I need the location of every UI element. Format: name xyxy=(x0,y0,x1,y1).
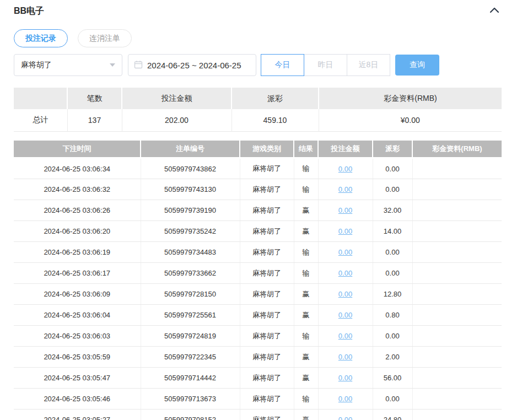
bonus-cell xyxy=(412,347,502,368)
table-row: 2024-06-25 03:06:045059979725561麻将胡了赢0.0… xyxy=(14,305,502,326)
game-type-cell: 麻将胡了 xyxy=(240,284,294,305)
game-select[interactable]: 麻将胡了 xyxy=(14,54,122,76)
order-number-cell: 5059979722345 xyxy=(141,347,240,368)
tab-bet-records[interactable]: 投注记录 xyxy=(14,29,68,47)
quick-date-group: 今日 昨日 近8日 xyxy=(261,54,390,76)
bet-table-body: 2024-06-25 03:06:345059979743862麻将胡了输0.0… xyxy=(14,158,502,420)
game-type-cell: 麻将胡了 xyxy=(240,389,294,410)
bet-amount-link[interactable]: 0.00 xyxy=(338,227,352,235)
bet-time-cell: 2024-06-25 03:06:04 xyxy=(14,305,141,326)
bet-amount-cell: 0.00 xyxy=(318,158,373,179)
summary-total-bet-amount: 202.00 xyxy=(122,109,232,131)
today-button[interactable]: 今日 xyxy=(261,54,304,76)
table-row: 2024-06-25 03:05:595059979722345麻将胡了赢0.0… xyxy=(14,347,502,368)
summary-header-payout: 派彩 xyxy=(232,88,319,109)
summary-header-bet-amount: 投注金额 xyxy=(122,88,232,109)
summary-header-bonus: 彩金资料(RMB) xyxy=(319,88,502,109)
game-type-cell: 麻将胡了 xyxy=(240,158,294,179)
result-cell: 输 xyxy=(294,263,318,284)
result-cell: 输 xyxy=(294,179,318,200)
bet-amount-link[interactable]: 0.00 xyxy=(338,353,352,361)
col-header-bonus: 彩金资料(RMB) xyxy=(412,141,502,158)
bet-amount-link[interactable]: 0.00 xyxy=(338,185,352,193)
bet-time-cell: 2024-06-25 03:05:47 xyxy=(14,368,141,389)
calendar-icon xyxy=(134,60,143,71)
bet-time-cell: 2024-06-25 03:05:59 xyxy=(14,347,141,368)
game-type-cell: 麻将胡了 xyxy=(240,410,294,420)
bet-time-cell: 2024-06-25 03:06:26 xyxy=(14,200,141,221)
last-8-days-button[interactable]: 近8日 xyxy=(347,54,390,76)
bet-amount-link[interactable]: 0.00 xyxy=(338,395,352,403)
bet-amount-cell: 0.00 xyxy=(318,242,373,263)
bet-time-cell: 2024-06-25 03:06:19 xyxy=(14,242,141,263)
bet-amount-cell: 0.00 xyxy=(318,179,373,200)
bet-amount-link[interactable]: 0.00 xyxy=(338,248,352,256)
summary-total-bonus: ¥0.00 xyxy=(319,109,502,131)
collapse-button[interactable] xyxy=(488,6,500,16)
bonus-cell xyxy=(412,263,502,284)
order-number-cell: 5059979708152 xyxy=(141,410,240,420)
table-row: 2024-06-25 03:05:275059979708152麻将胡了赢0.0… xyxy=(14,410,502,420)
order-number-cell: 5059979735242 xyxy=(141,221,240,242)
game-type-cell: 麻将胡了 xyxy=(240,263,294,284)
panel-header: BB电子 xyxy=(14,6,502,17)
bet-time-cell: 2024-06-25 03:05:27 xyxy=(14,410,141,420)
tab-cancelled-orders[interactable]: 连消注单 xyxy=(78,29,132,47)
payout-cell: 0.80 xyxy=(373,305,412,326)
order-number-cell: 5059979724819 xyxy=(141,326,240,347)
result-cell: 赢 xyxy=(294,284,318,305)
summary-total-count: 137 xyxy=(67,109,122,131)
payout-cell: 0.00 xyxy=(373,263,412,284)
bet-amount-cell: 0.00 xyxy=(318,347,373,368)
summary-header-empty xyxy=(14,88,67,109)
bet-amount-link[interactable]: 0.00 xyxy=(338,290,352,298)
bet-amount-link[interactable]: 0.00 xyxy=(338,374,352,382)
filter-bar: 麻将胡了 2024-06-25 ~ 2024-06-25 今日 昨日 近8日 查… xyxy=(14,54,502,76)
bet-table-header-row: 下注时间 注单编号 游戏类别 结果 投注金额 派彩 彩金资料(RMB) xyxy=(14,141,502,158)
payout-cell: 56.00 xyxy=(373,368,412,389)
search-button[interactable]: 查询 xyxy=(395,55,439,76)
game-type-cell: 麻将胡了 xyxy=(240,326,294,347)
chevron-up-icon xyxy=(489,7,499,15)
result-cell: 输 xyxy=(294,242,318,263)
col-header-game-type: 游戏类别 xyxy=(240,141,294,158)
bet-amount-cell: 0.00 xyxy=(318,389,373,410)
bonus-cell xyxy=(412,284,502,305)
result-cell: 赢 xyxy=(294,221,318,242)
table-row: 2024-06-25 03:06:325059979743130麻将胡了输0.0… xyxy=(14,179,502,200)
result-cell: 赢 xyxy=(294,410,318,420)
summary-header-row: 笔数 投注金额 派彩 彩金资料(RMB) xyxy=(14,88,502,109)
table-row: 2024-06-25 03:06:195059979734483麻将胡了输0.0… xyxy=(14,242,502,263)
table-row: 2024-06-25 03:05:475059979714442麻将胡了赢0.0… xyxy=(14,368,502,389)
payout-cell: 0.00 xyxy=(373,389,412,410)
payout-cell: 0.00 xyxy=(373,326,412,347)
bet-amount-link[interactable]: 0.00 xyxy=(338,206,352,214)
table-row: 2024-06-25 03:06:345059979743862麻将胡了输0.0… xyxy=(14,158,502,179)
result-cell: 赢 xyxy=(294,347,318,368)
table-row: 2024-06-25 03:06:205059979735242麻将胡了赢0.0… xyxy=(14,221,502,242)
date-range-input[interactable]: 2024-06-25 ~ 2024-06-25 xyxy=(128,54,256,76)
date-range-value: 2024-06-25 ~ 2024-06-25 xyxy=(147,61,241,70)
order-number-cell: 5059979743862 xyxy=(141,158,240,179)
summary-table: 笔数 投注金额 派彩 彩金资料(RMB) 总计 137 202.00 459.1… xyxy=(14,88,502,132)
col-header-payout: 派彩 xyxy=(373,141,412,158)
bonus-cell xyxy=(412,389,502,410)
bet-amount-link[interactable]: 0.00 xyxy=(338,332,352,340)
bet-amount-link[interactable]: 0.00 xyxy=(338,269,352,277)
bet-amount-link[interactable]: 0.00 xyxy=(338,311,352,319)
bet-amount-link[interactable]: 0.00 xyxy=(338,416,352,420)
summary-total-row: 总计 137 202.00 459.10 ¥0.00 xyxy=(14,109,502,131)
bet-time-cell: 2024-06-25 03:06:17 xyxy=(14,263,141,284)
col-header-order-number: 注单编号 xyxy=(141,141,240,158)
table-row: 2024-06-25 03:06:265059979739190麻将胡了赢0.0… xyxy=(14,200,502,221)
order-number-cell: 5059979713673 xyxy=(141,389,240,410)
game-type-cell: 麻将胡了 xyxy=(240,221,294,242)
bonus-cell xyxy=(412,368,502,389)
payout-cell: 2.00 xyxy=(373,347,412,368)
bonus-cell xyxy=(412,158,502,179)
yesterday-button[interactable]: 昨日 xyxy=(304,54,347,76)
payout-cell: 0.00 xyxy=(373,242,412,263)
bet-amount-link[interactable]: 0.00 xyxy=(338,165,352,173)
game-type-cell: 麻将胡了 xyxy=(240,179,294,200)
bonus-cell xyxy=(412,242,502,263)
